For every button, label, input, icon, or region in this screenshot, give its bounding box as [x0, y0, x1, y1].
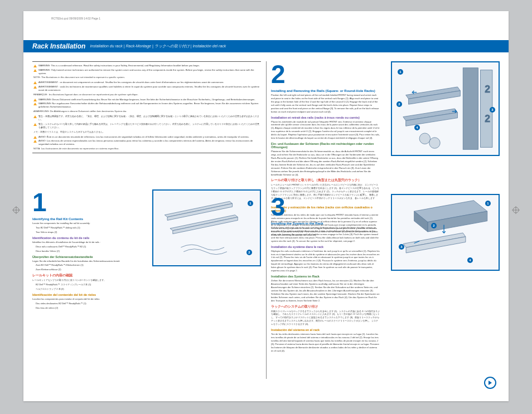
step2-de-body: Platzieren Sie die Schienenendstücke des…	[271, 150, 380, 176]
registration-mark-icon	[512, 206, 520, 214]
rail-install-illustration: 2 2	[392, 62, 499, 155]
warning-icon	[33, 103, 37, 105]
note-en: NOTE: The illustrations in this document…	[33, 76, 260, 79]
step1-ja-b2: B2 Dell™ ReadyRails™ スライディングレール 2 本 (1)	[32, 283, 141, 286]
warning-icon	[33, 123, 37, 126]
step2-fr-body: Placez les extrémités de module de rail …	[271, 120, 380, 140]
registration-mark-icon	[12, 206, 20, 214]
rail-kit-illustration	[153, 191, 260, 265]
step3-de-body: Ziehen Sie die inneren Gleitschienen aus…	[271, 279, 380, 302]
step3-es-body: Tire de los rieles deslizantes interiore…	[271, 333, 380, 353]
step2-de-heading: Ein- und Ausbauen der Schienen (Racks mi…	[271, 142, 380, 149]
svg-marker-0	[165, 201, 232, 217]
step1-en-heading: Identifying the Rail Kit Contents	[32, 217, 141, 221]
step1-ja-b1: レールキットアセンブリの取り付けに使うコンポーネントを確認します。	[32, 279, 141, 282]
step2-en-heading: Installing and Removing the Rails (Squar…	[271, 89, 380, 92]
warn-fr-1: AVERTISSEMENT : ce document est uniqueme…	[38, 81, 224, 84]
warning-icon	[33, 69, 37, 72]
warning-icon	[33, 81, 37, 84]
callout-3: 3	[490, 107, 495, 113]
step1-number: 1	[32, 189, 141, 215]
step1-fr-heading: Identification du contenu du kit de rail…	[32, 236, 141, 240]
warn-ja-1: 警告：本書は簡易版です。作業を始める前に、『安全、環境、および規制に関する情報』…	[38, 115, 260, 121]
warn-en-1: WARNING: This is a condensed reference. …	[38, 64, 200, 67]
warning-icon	[33, 99, 37, 101]
next-page-icon	[484, 377, 496, 389]
step3-es-heading: Instalación del sistema en el rack	[271, 328, 380, 332]
warning-icon	[33, 136, 37, 139]
step2-fr-heading: Installation et retrait des rails (racks…	[271, 116, 380, 119]
step1-en-b1: Locate the components for installing the…	[32, 222, 141, 225]
warn-es-2: AVISO: Los técnicos de servicio especial…	[38, 139, 260, 146]
warn-ja-2: 警告：システムのカバーを取り外して内部の部品に手を触れる作業は、トレーニングを受…	[38, 123, 260, 129]
step1-de-heading: Überprüfen der Schienensatzbestandteile	[32, 255, 141, 259]
step1-de-b3: Zwei Klettverschlüsse (2)	[32, 268, 141, 271]
warn-de-2: WARNUNG: Nur zugelassene Servicetechnike…	[38, 102, 260, 109]
step1-es-b3: Dos tiras de velcro (2)	[32, 306, 141, 310]
callout-1: 1	[248, 201, 253, 206]
step1-de-b1: Legen Sie die erforderlichen Bauteile fü…	[32, 260, 141, 263]
step3-number: 3	[271, 194, 380, 220]
step3-ja-body: 内側スライドレールをロックするまでラックから引き出します (1)。システムの片面…	[271, 310, 380, 327]
step1-fr-b1: Identifiez les éléments d'installation d…	[32, 241, 141, 244]
step2-number: 2	[271, 61, 380, 87]
step3-en-body: Pull the inner slide rails out of the ra…	[271, 226, 380, 243]
title-banner: Rack Installation Installation du rack |…	[23, 40, 509, 52]
callout-2: 2	[246, 250, 252, 255]
warning-icon	[33, 140, 37, 143]
step3-fr-body: Déployez les rails coulissants intérieur…	[271, 250, 380, 272]
svg-rect-4	[463, 68, 478, 149]
callout-3: 3	[399, 244, 404, 250]
step3-fr-heading: Installation du système dans le rack	[271, 245, 380, 249]
svg-point-12	[419, 133, 431, 144]
step1-es-b2: Dos rieles deslizantes B2 Dell™ ReadyRai…	[32, 302, 141, 305]
callout-2: 2	[396, 101, 402, 107]
callout-4: 4	[467, 257, 473, 263]
note-fr: REMARQUE : les illustrations figurant da…	[33, 93, 260, 96]
step1-fr-b2: Deux rails coulissants Dell™ ReadyRails™…	[32, 245, 141, 249]
warning-icon	[33, 86, 37, 89]
step2-en-body: Position the left and right rail end pie…	[271, 94, 380, 114]
warn-es-1: AVISO: Éste es un documento resumido de …	[38, 135, 249, 139]
note-ja: メモ：本書のイラストは、特定のシステムを示すものではありません。	[33, 130, 260, 134]
callout-1: 1	[398, 69, 403, 75]
svg-point-13	[429, 138, 441, 149]
warning-box: WARNING: This is a condensed reference. …	[32, 61, 261, 153]
figure-3: 1 2 3 4	[391, 194, 500, 271]
step1-text: 1 Identifying the Rail Kit Contents Loca…	[32, 189, 141, 311]
system-install-illustration	[392, 195, 499, 270]
figure-1: 1 2	[152, 189, 261, 266]
step3-text: 3 Installing the System in the Rack Pull…	[271, 194, 380, 354]
step1-es-heading: Identificación del contenido del kit de …	[32, 293, 141, 296]
step1-en-b3: Two Velcro straps (2)	[32, 231, 141, 234]
note-de: ANMERKUNG: Die Abbildungen in diesem Dok…	[33, 110, 260, 113]
svg-text:2: 2	[485, 84, 490, 95]
step1-ja-b3: ベルクロストラップ 2 本 (2)	[32, 288, 141, 291]
svg-text:2: 2	[485, 113, 490, 124]
installation-sheet-page: RCT82txt.qxd 09/09/2009 14:02 Page 1 Rac…	[23, 11, 509, 401]
banner-subtitle: Installation du rack | Rack-Montage | ラッ…	[90, 43, 226, 49]
warning-icon	[33, 65, 37, 67]
step2-ja-heading: レールの取り付けと取り外し（角型または丸型穴のラック）	[271, 178, 380, 182]
figure-2: 2 2 1 2 4	[391, 61, 500, 156]
callout-4: 4	[414, 125, 420, 130]
warn-en-2: WARNING: Only trained service technician…	[38, 69, 260, 75]
callout-2: 2	[431, 223, 437, 228]
warn-de-1: WARNUNG: Dieses Dokument stellt eine Kur…	[38, 98, 255, 101]
step1-fr-b3: Deux bandes Velcro (2)	[32, 250, 141, 253]
step1-en-b2: Two B2 Dell™ ReadyRails™ sliding rails (…	[32, 226, 141, 230]
step3-en-heading: Installing the System in the Rack	[271, 222, 380, 225]
left-column: WARNING: This is a condensed reference. …	[32, 61, 261, 390]
step3-de-heading: Installation des Systems im Rack	[271, 275, 380, 278]
callout-1: 1	[485, 201, 491, 206]
svg-marker-3	[173, 217, 238, 234]
right-column: 2 Installing and Removing the Rails (Squ…	[271, 61, 500, 390]
warn-fr-2: AVERTISSEMENT : seuls les techniciens de…	[38, 85, 260, 92]
note-es: NOTA: Las ilustraciones de este document…	[33, 147, 260, 150]
banner-title: Rack Installation	[32, 42, 85, 50]
step1-es-b1: Localice los componentes para instalar e…	[32, 298, 141, 301]
step1-de-b2: Zwei B2 Dell™ ReadyRails™-Gleitschienen …	[32, 264, 141, 267]
running-head: RCT82txt.qxd 09/09/2009 14:02 Page 1	[51, 17, 100, 20]
warning-icon	[33, 115, 37, 118]
step1-ja-heading: レールキットの内容の確認	[32, 274, 141, 277]
